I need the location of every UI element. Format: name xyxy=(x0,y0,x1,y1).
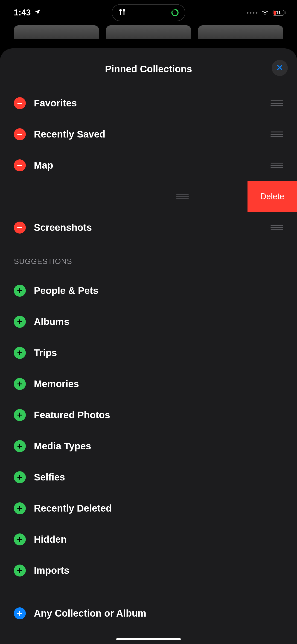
row-label: Recently Saved xyxy=(34,129,270,140)
suggestion-row-memories[interactable]: Memories xyxy=(0,368,297,400)
row-label: Favorites xyxy=(34,98,270,109)
suggestion-row-hidden[interactable]: Hidden xyxy=(0,524,297,555)
remove-button[interactable] xyxy=(14,222,26,234)
add-button[interactable] xyxy=(14,564,26,576)
add-button[interactable] xyxy=(14,471,26,483)
close-button[interactable] xyxy=(272,60,288,76)
location-icon xyxy=(34,8,41,18)
sheet-header: Pinned Collections xyxy=(0,58,297,80)
add-button[interactable] xyxy=(14,378,26,390)
status-bar: 1:43 11 xyxy=(0,0,297,25)
add-button[interactable] xyxy=(14,409,26,421)
dynamic-island[interactable] xyxy=(112,4,185,21)
suggestion-row-albums[interactable]: Albums xyxy=(0,306,297,337)
drag-handle-icon[interactable] xyxy=(270,162,283,168)
status-time: 1:43 xyxy=(14,8,31,18)
suggestion-row-people-pets[interactable]: People & Pets xyxy=(0,275,297,306)
row-label: Recently Deleted xyxy=(34,503,283,514)
background-thumbnails xyxy=(14,25,283,39)
battery-indicator: 11 xyxy=(272,10,286,16)
row-label: Any Collection or Album xyxy=(34,608,283,619)
home-indicator[interactable] xyxy=(116,638,181,640)
row-label: Selfies xyxy=(34,472,283,483)
add-button[interactable] xyxy=(14,502,26,514)
add-button[interactable] xyxy=(14,316,26,328)
drag-handle-icon[interactable] xyxy=(270,225,283,230)
remove-button[interactable] xyxy=(14,97,26,109)
row-label: Featured Photos xyxy=(34,410,283,420)
drag-handle-icon[interactable] xyxy=(270,100,283,106)
page-dots-icon xyxy=(247,12,258,14)
airpods-icon xyxy=(118,8,126,17)
delete-button[interactable]: Delete xyxy=(248,181,297,212)
status-right: 11 xyxy=(247,8,286,17)
suggestion-row-imports[interactable]: Imports xyxy=(0,555,297,586)
row-label: Imports xyxy=(34,565,283,576)
pinned-row-recently-saved[interactable]: Recently Saved xyxy=(0,118,297,150)
any-collection-row[interactable]: Any Collection or Album xyxy=(0,598,297,629)
add-button[interactable] xyxy=(14,285,26,297)
add-any-button[interactable] xyxy=(14,608,26,619)
remove-button[interactable] xyxy=(14,160,26,171)
row-label: Memories xyxy=(34,378,283,390)
status-left: 1:43 xyxy=(14,8,41,18)
drag-handle-icon[interactable] xyxy=(270,132,283,137)
pinned-row-favorites[interactable]: Favorites xyxy=(0,88,297,118)
activity-ring-icon xyxy=(171,9,179,16)
pinned-row-videos[interactable]: ideos Delete xyxy=(0,181,297,212)
row-label: Map xyxy=(34,160,270,171)
sheet-title: Pinned Collections xyxy=(105,64,192,75)
pinned-row-map[interactable]: Map xyxy=(0,150,297,181)
section-divider xyxy=(14,593,283,593)
row-label: Media Types xyxy=(34,440,283,452)
battery-percentage: 11 xyxy=(276,10,281,15)
dynamic-island-wrapper xyxy=(112,4,185,21)
suggestion-row-recently-deleted[interactable]: Recently Deleted xyxy=(0,493,297,524)
add-button[interactable] xyxy=(14,534,26,546)
row-label: People & Pets xyxy=(34,285,283,296)
remove-button[interactable] xyxy=(14,128,26,140)
wifi-icon xyxy=(261,8,269,17)
drag-handle-icon[interactable] xyxy=(176,194,189,199)
row-label: Screenshots xyxy=(34,222,270,233)
add-button[interactable] xyxy=(14,440,26,452)
pinned-row-screenshots[interactable]: Screenshots xyxy=(0,212,297,243)
delete-label: Delete xyxy=(260,192,284,201)
pinned-list: Favorites Recently Saved Map ideos xyxy=(0,88,297,629)
row-label: Hidden xyxy=(34,534,283,545)
suggestion-row-media-types[interactable]: Media Types xyxy=(0,430,297,462)
suggestion-row-selfies[interactable]: Selfies xyxy=(0,462,297,493)
suggestion-row-featured-photos[interactable]: Featured Photos xyxy=(0,400,297,430)
row-label: Albums xyxy=(34,316,283,327)
suggestions-header: SUGGESTIONS xyxy=(0,244,297,275)
close-icon xyxy=(276,64,283,72)
row-label: ideos xyxy=(0,191,176,202)
row-label: Trips xyxy=(34,347,283,358)
add-button[interactable] xyxy=(14,347,26,359)
pinned-collections-sheet: Pinned Collections Favorites Recently Sa… xyxy=(0,48,297,644)
suggestion-row-trips[interactable]: Trips xyxy=(0,337,297,368)
